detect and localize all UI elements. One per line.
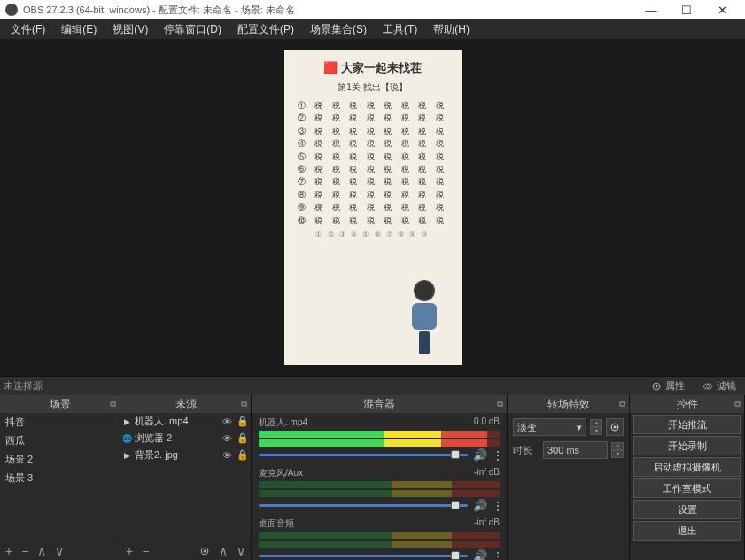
- scene-item[interactable]: 抖音: [0, 413, 120, 432]
- menu-file[interactable]: 文件(F): [4, 20, 52, 39]
- add-scene-button[interactable]: +: [5, 544, 12, 558]
- menu-edit[interactable]: 编辑(E): [54, 20, 104, 39]
- popout-icon[interactable]: ⧉: [110, 399, 116, 409]
- gear-icon: [651, 381, 662, 392]
- source-item[interactable]: ▶ 机器人. mp4 👁 🔒: [120, 413, 251, 430]
- controls-body: 开始推流 开始录制 启动虚拟摄像机 工作室模式 设置 退出: [630, 413, 744, 560]
- scenes-list[interactable]: 抖音 西瓜 场景 2 场景 3: [0, 413, 120, 541]
- scene-down-button[interactable]: ∨: [55, 544, 64, 558]
- more-icon[interactable]: ⋮: [493, 449, 500, 462]
- add-source-button[interactable]: +: [126, 544, 133, 558]
- scene-item[interactable]: 西瓜: [0, 432, 120, 450]
- lock-icon[interactable]: 🔒: [237, 432, 249, 444]
- svg-point-5: [204, 549, 206, 552]
- gear-icon: [199, 546, 210, 556]
- volume-meter: [259, 490, 500, 497]
- volume-meter: [259, 439, 500, 447]
- controls-panel: 控件 ⧉ 开始推流 开始录制 启动虚拟摄像机 工作室模式 设置 退出: [630, 395, 745, 560]
- source-item[interactable]: 🌐 浏览器 2 👁 🔒: [120, 430, 251, 447]
- volume-slider[interactable]: [259, 504, 468, 507]
- preview-grid: ① 税 税 税 税 税 税 税 税② 税 税 税 税 税 税 税 税③ 税 税 …: [298, 99, 447, 227]
- visibility-icon[interactable]: 👁: [221, 450, 233, 461]
- start-recording-button[interactable]: 开始录制: [633, 436, 741, 455]
- visibility-icon[interactable]: 👁: [221, 416, 233, 427]
- menu-help[interactable]: 帮助(H): [426, 20, 477, 39]
- duration-input[interactable]: 300 ms: [543, 441, 608, 459]
- preview-canvas: 🟥 大家一起来找茬 第1关 找出【说】 ① 税 税 税 税 税 税 税 税② 税…: [284, 50, 462, 365]
- duration-spin[interactable]: ▴▾: [611, 442, 624, 458]
- maximize-button[interactable]: ☐: [669, 4, 704, 17]
- mixer-body: 机器人. mp40.0 dB 🔊 ⋮ 麦克风/Aux-inf dB 🔊 ⋮ 桌面…: [252, 413, 507, 560]
- mixer-panel: 混音器 ⧉ 机器人. mp40.0 dB 🔊 ⋮ 麦克风/Aux-inf dB …: [252, 395, 508, 560]
- popout-icon[interactable]: ⧉: [497, 399, 503, 409]
- menu-dock[interactable]: 停靠窗口(D): [157, 20, 229, 39]
- speaker-icon[interactable]: 🔊: [473, 499, 487, 512]
- menu-view[interactable]: 视图(V): [105, 20, 155, 39]
- source-settings-icon[interactable]: [199, 546, 210, 556]
- visibility-icon[interactable]: 👁: [221, 433, 233, 444]
- lock-icon[interactable]: 🔒: [237, 416, 249, 427]
- scene-up-button[interactable]: ∧: [37, 544, 46, 558]
- popout-icon[interactable]: ⧉: [734, 399, 741, 409]
- scene-item[interactable]: 场景 3: [0, 469, 120, 487]
- exit-button[interactable]: 退出: [633, 521, 741, 541]
- svg-point-1: [656, 385, 658, 387]
- source-item[interactable]: ▶ 背景2. jpg 👁 🔒: [120, 447, 251, 463]
- channel-name: 麦克风/Aux: [259, 467, 303, 479]
- speaker-icon[interactable]: 🔊: [473, 549, 487, 560]
- filters-button[interactable]: 滤镜: [697, 377, 741, 394]
- sources-list[interactable]: ▶ 机器人. mp4 👁 🔒🌐 浏览器 2 👁 🔒▶ 背景2. jpg 👁 🔒: [120, 413, 251, 541]
- source-up-button[interactable]: ∧: [219, 544, 228, 558]
- remove-scene-button[interactable]: −: [21, 544, 28, 558]
- volume-slider[interactable]: [259, 555, 468, 557]
- popout-icon[interactable]: ⧉: [241, 399, 247, 409]
- speaker-icon[interactable]: 🔊: [473, 448, 487, 462]
- settings-button[interactable]: 设置: [633, 500, 741, 519]
- preview-avatar: [407, 280, 442, 356]
- start-streaming-button[interactable]: 开始推流: [633, 415, 741, 434]
- transition-select[interactable]: 淡变 ▾: [513, 418, 586, 436]
- volume-meter: [259, 532, 500, 539]
- lock-icon[interactable]: 🔒: [237, 449, 249, 461]
- popout-icon[interactable]: ⧉: [619, 399, 625, 409]
- preview-area[interactable]: 🟥 大家一起来找茬 第1关 找出【说】 ① 税 税 税 税 税 税 税 税② 税…: [0, 39, 745, 376]
- preview-subtitle: 第1关 找出【说】: [338, 82, 407, 94]
- menu-profile[interactable]: 配置文件(P): [230, 20, 301, 39]
- mixer-header: 混音器 ⧉: [252, 395, 507, 413]
- transition-spin[interactable]: ▴▾: [590, 419, 602, 435]
- controls-header: 控件 ⧉: [630, 395, 744, 413]
- mixer-channel: 机器人. mp40.0 dB 🔊 ⋮: [252, 413, 507, 463]
- window-title: OBS 27.2.3 (64-bit, windows) - 配置文件: 未命名…: [23, 4, 633, 17]
- sources-header: 来源 ⧉: [120, 395, 251, 413]
- more-icon[interactable]: ⋮: [493, 550, 500, 561]
- remove-source-button[interactable]: −: [142, 544, 149, 558]
- channel-name: 机器人. mp4: [259, 416, 307, 429]
- scene-item[interactable]: 场景 2: [0, 450, 120, 469]
- menu-tools[interactable]: 工具(T): [376, 20, 424, 39]
- browser-icon: 🌐: [122, 434, 131, 443]
- more-icon[interactable]: ⋮: [493, 500, 500, 512]
- minimize-button[interactable]: —: [633, 4, 669, 17]
- transition-settings-button[interactable]: [606, 418, 624, 436]
- channel-db: -inf dB: [474, 517, 500, 530]
- preview-title: 🟥 大家一起来找茬: [323, 60, 422, 76]
- no-source-label: 未选择源: [4, 379, 43, 393]
- preview-numbers: ① ② ③ ④ ⑤ ⑥ ⑦ ⑧ ⑨ ⑩: [315, 230, 429, 238]
- start-virtualcam-button[interactable]: 启动虚拟摄像机: [633, 457, 741, 477]
- properties-button[interactable]: 属性: [646, 377, 690, 394]
- close-button[interactable]: ✕: [704, 4, 740, 17]
- volume-slider[interactable]: [259, 454, 468, 456]
- preview-title-text: 大家一起来找茬: [341, 61, 422, 74]
- volume-meter: [259, 431, 500, 438]
- channel-db: -inf dB: [474, 467, 500, 479]
- gear-icon: [609, 422, 620, 432]
- studio-mode-button[interactable]: 工作室模式: [633, 478, 741, 498]
- video-icon: ▶: [122, 451, 131, 460]
- source-down-button[interactable]: ∨: [237, 544, 245, 558]
- svg-point-7: [614, 426, 617, 429]
- obs-logo-icon: [5, 4, 18, 16]
- channel-db: 0.0 dB: [474, 416, 500, 429]
- menu-scene-collection[interactable]: 场景集合(S): [303, 20, 374, 39]
- volume-meter: [259, 541, 500, 548]
- source-name: 背景2. jpg: [135, 448, 217, 462]
